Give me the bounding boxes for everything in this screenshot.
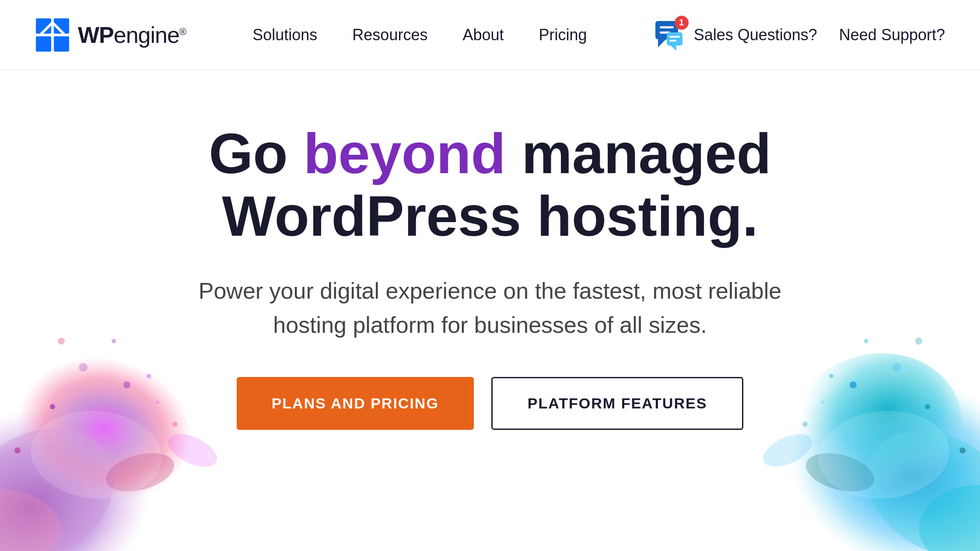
main-nav: Solutions Resources About Pricing [252,26,587,44]
nav-resources[interactable]: Resources [352,26,427,44]
svg-rect-5 [39,34,66,36]
svg-rect-10 [660,26,674,28]
svg-point-25 [14,447,21,453]
nav-about[interactable]: About [462,26,504,44]
svg-point-44 [915,338,922,345]
chat-icon-wrap: 1 [654,19,685,51]
svg-rect-12 [667,32,682,45]
hero-subtitle: Power your digital experience on the fas… [162,274,818,342]
hero-section: Go beyond managed WordPress hosting. Pow… [0,70,980,551]
svg-point-23 [79,363,88,372]
platform-features-button[interactable]: PLATFORM FEATURES [491,377,744,430]
svg-rect-2 [36,36,51,52]
nav-solutions[interactable]: Solutions [252,26,317,44]
svg-marker-9 [658,39,666,47]
need-support-link[interactable]: Need Support? [839,26,945,44]
svg-point-28 [58,338,65,345]
chat-notification-badge: 1 [675,16,689,30]
logo[interactable]: WPengine® [35,17,186,52]
hero-title: Go beyond managed WordPress hosting. [118,122,862,248]
svg-rect-14 [669,36,680,38]
hero-buttons: PLANS AND PRICING PLATFORM FEATURES [88,377,892,430]
logo-text: WPengine® [78,22,186,48]
site-header: WPengine® Solutions Resources About Pric… [0,0,980,70]
header-right: 1 Sales Questions? Need Support? [654,19,945,51]
svg-marker-13 [670,45,676,51]
nav-pricing[interactable]: Pricing [539,26,587,44]
svg-rect-3 [54,36,69,52]
wpengine-logo-icon [35,17,70,52]
svg-point-41 [959,447,966,453]
svg-point-22 [50,404,55,409]
svg-point-39 [892,363,901,372]
plans-and-pricing-button[interactable]: PLANS AND PRICING [237,377,474,430]
hero-content: Go beyond managed WordPress hosting. Pow… [88,122,892,430]
svg-rect-15 [669,40,676,42]
chat-widget[interactable]: 1 Sales Questions? [654,19,817,51]
svg-point-38 [925,404,930,409]
sales-questions-link[interactable]: Sales Questions? [694,26,817,44]
